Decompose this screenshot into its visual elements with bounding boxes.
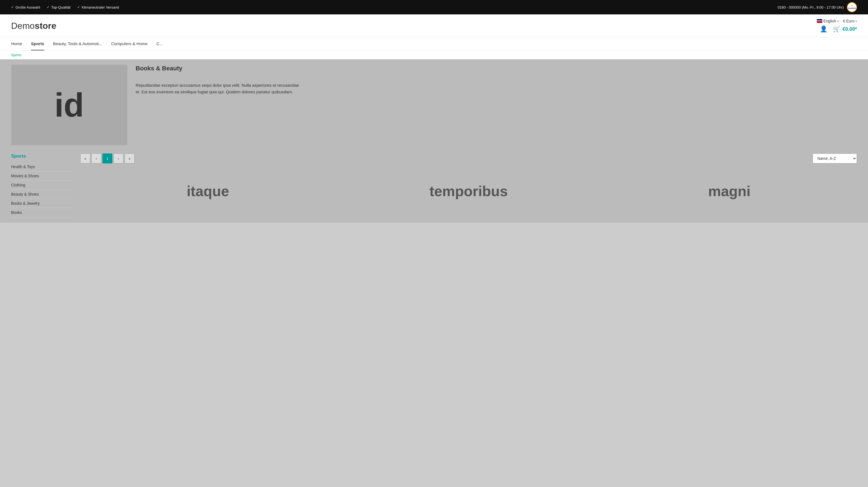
header-top-right: English ▾ € Euro ▾ [817,19,857,23]
header: Demostore English ▾ € Euro ▾ 👤 🛒 €0.00* [0,15,868,37]
flag-icon [817,19,822,23]
phone-number: 0180 - 000000 (Mo.-Fr., 9:00 - 17:00 Uhr… [778,5,844,9]
check-icon-3: ✓ [77,5,80,9]
product-grid: itaque temporibus magni [80,169,857,213]
products-toolbar: « ‹ 1 › » Name, A-Z Name, Z-A Price, low… [80,153,857,164]
cart-icon: 🛒 [833,26,840,33]
pagination-last[interactable]: » [125,153,134,164]
logo[interactable]: Demostore [11,21,57,31]
nav-sports[interactable]: Sports [31,37,44,50]
product-image-text-3: magni [708,183,750,199]
sidebar-item-books-jewelry[interactable]: Books & Jewelry [11,199,72,208]
feature-3: ✓ Klimaneutraler Versand [77,5,119,9]
check-icon-1: ✓ [11,5,14,9]
product-image-text-1: itaque [187,183,229,199]
nav-home[interactable]: Home [11,37,22,50]
nav-computers-home[interactable]: Computers & Home [111,37,148,50]
logo-text-normal: Demo [11,21,35,31]
feature-2-label: Top-Qualität [51,5,70,9]
nav-more[interactable]: C... [156,37,163,50]
category-title: Books & Beauty [135,65,857,72]
feature-1: ✓ Große Auswahl [11,5,40,9]
header-right: English ▾ € Euro ▾ 👤 🛒 €0.00* [817,19,857,33]
sidebar-item-clothing[interactable]: Clothing [11,181,72,190]
hero-description: Repudiandae excepturi accusamus sequi do… [135,77,302,101]
sidebar: Sports Health & Toys Movies & Shoes Clot… [11,153,72,217]
product-image-1: itaque [80,169,336,213]
check-icon-2: ✓ [47,5,50,9]
pagination: « ‹ 1 › » [80,153,134,164]
language-label: English [824,19,836,23]
pagination-current[interactable]: 1 [102,153,113,164]
products-area: « ‹ 1 › » Name, A-Z Name, Z-A Price, low… [80,153,857,217]
product-card-2[interactable]: temporibus [341,169,596,213]
trusted-badge: ✓trusted [847,2,857,12]
main-area: id Books & Beauty Repudiandae excepturi … [0,59,868,223]
pagination-prev[interactable]: ‹ [91,153,101,164]
top-banner-right: 0180 - 000000 (Mo.-Fr., 9:00 - 17:00 Uhr… [778,2,857,12]
cart-button[interactable]: 🛒 €0.00* [833,26,857,33]
nav-beauty-tools[interactable]: Beauty, Tools & Automoti... [53,37,102,50]
sidebar-item-health-toys[interactable]: Health & Toys [11,162,72,171]
top-banner-features: ✓ Große Auswahl ✓ Top-Qualität ✓ Klimane… [11,5,119,9]
header-bottom-right: 👤 🛒 €0.00* [820,26,857,33]
currency-selector[interactable]: € Euro ▾ [843,19,857,23]
product-image-2: temporibus [341,169,596,213]
pagination-first[interactable]: « [80,153,90,164]
product-image-text-2: temporibus [429,183,507,199]
sort-select[interactable]: Name, A-Z Name, Z-A Price, low to high P… [813,153,857,164]
currency-label: € Euro [843,19,855,23]
feature-2: ✓ Top-Qualität [47,5,70,9]
logo-text-bold: store [35,21,56,31]
product-card-1[interactable]: itaque [80,169,336,213]
language-chevron: ▾ [837,20,839,23]
product-image-3: magni [602,169,857,213]
user-icon[interactable]: 👤 [820,26,827,33]
content-area: Sports Health & Toys Movies & Shoes Clot… [11,153,857,217]
breadcrumb: Sports [0,50,868,59]
pagination-next[interactable]: › [114,153,123,164]
breadcrumb-label: Sports [11,53,22,57]
sidebar-item-books[interactable]: Books [11,208,72,217]
hero-image-text: id [55,86,84,124]
cart-amount: €0.00* [842,26,857,32]
language-selector[interactable]: English ▾ [817,19,839,23]
sidebar-item-movies-shoes[interactable]: Movies & Shoes [11,171,72,181]
product-card-3[interactable]: magni [602,169,857,213]
trusted-badge-text: ✓trusted [848,5,856,10]
feature-1-label: Große Auswahl [16,5,40,9]
sidebar-title: Sports [11,153,72,159]
hero-image: id [11,65,127,145]
hero-section: id Books & Beauty Repudiandae excepturi … [11,65,857,145]
sidebar-item-beauty-shoes[interactable]: Beauty & Shoes [11,190,72,199]
currency-chevron: ▾ [856,20,857,23]
navigation: Home Sports Beauty, Tools & Automoti... … [0,37,868,50]
feature-3-label: Klimaneutraler Versand [82,5,119,9]
top-banner: ✓ Große Auswahl ✓ Top-Qualität ✓ Klimane… [0,0,868,15]
